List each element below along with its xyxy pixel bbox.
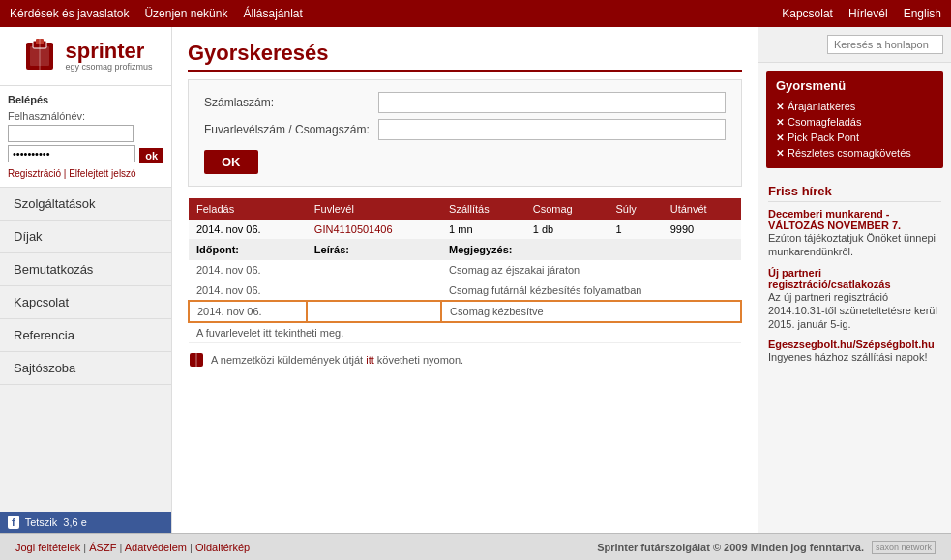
cross-icon-3: ✕	[776, 133, 784, 143]
nav-kerdesek[interactable]: Kérdések és javaslatok	[10, 7, 129, 20]
footer-adatvédelem[interactable]: Adatvédelem	[125, 542, 187, 553]
quickmenu-item-csomagfeladas[interactable]: ✕ Csomagfeladás	[776, 114, 934, 130]
top-nav-left: Kérdések és javaslatok Üzenjen nekünk Ál…	[10, 7, 303, 20]
news-item-2: Új partneri regisztráció/csatlakozás Az …	[768, 267, 941, 332]
fuvarlevél-note: A fuvarlevelet itt tekintheti meg.	[196, 327, 343, 339]
facebook-bar[interactable]: f Tetszik 3,6 e	[0, 512, 171, 533]
fb-label: Tetszik	[25, 516, 58, 528]
logo-text: sprinter	[65, 41, 152, 62]
szamlaszam-label: Számlaszám:	[204, 96, 378, 109]
news-title: Friss hírek	[768, 184, 941, 202]
cross-icon-4: ✕	[776, 148, 784, 159]
news-item-3: Egeszsegbolt.hu/Szépségbolt.hu Ingyenes …	[768, 339, 941, 364]
col-csomag: Csomag	[525, 198, 609, 220]
col-utanvet: Utánvét	[663, 198, 741, 220]
quickmenu-label-4: Részletes csomagkövetés	[788, 147, 911, 159]
quickmenu-label-3: Pick Pack Pont	[788, 132, 859, 143]
table-header-row: Feladás Fuvlevél Szállítás Csomag Súly U…	[189, 198, 741, 220]
intl-note-row: A nemzetközi küldemények útját itt követ…	[188, 351, 742, 368]
right-sidebar: Keresés a honlapon Gyorsmenü ✕ Árajánlat…	[758, 27, 951, 533]
site-search-wrap: Keresés a honlapon	[766, 35, 943, 54]
quickmenu-item-arajanlat[interactable]: ✕ Árajánlatkérés	[776, 99, 934, 114]
sidebar-item-referencia[interactable]: Referencia	[0, 319, 171, 352]
sidebar-item-kapcsolat[interactable]: Kapcsolat	[0, 286, 171, 319]
nav-uzenjen[interactable]: Üzenjen nekünk	[144, 7, 227, 20]
nav-english[interactable]: English	[904, 7, 941, 20]
search-widget: Keresés a honlapon	[758, 27, 951, 63]
cell-fuvlevel: GIN4110501406	[307, 220, 441, 240]
site-search-input[interactable]	[827, 35, 943, 54]
top-navigation: Kérdések és javaslatok Üzenjen nekünk Ál…	[0, 0, 951, 27]
detail-col-megjegyzes: Megjegyzés:	[441, 240, 741, 260]
sprinter-small-icon	[188, 351, 205, 368]
detail-leiras-2	[307, 280, 441, 302]
facebook-icon: f	[8, 516, 19, 529]
login-area: Belépés Felhasználónév: ok Regisztráció …	[0, 86, 171, 188]
logo-box: sprinter egy csomag profizmus	[18, 35, 152, 77]
detail-leiras-1	[307, 260, 441, 280]
detail-header-row: Időpont: Leírás: Megjegyzés:	[189, 240, 741, 260]
nav-menu: Szolgáltatások Díjak Bemutatkozás Kapcso…	[0, 188, 171, 512]
col-szallitas: Szállítás	[441, 198, 525, 220]
username-label: Felhasználónév:	[8, 110, 85, 122]
footer-copyright: Sprinter futárszolgálat © 2009 Minden jo…	[597, 542, 864, 553]
footer-right: Sprinter futárszolgálat © 2009 Minden jo…	[597, 541, 936, 554]
szamlaszam-row: Számlaszám:	[204, 92, 726, 113]
sidebar-item-dijak[interactable]: Díjak	[0, 221, 171, 253]
sidebar-item-sajtoszoba[interactable]: Sajtószoba	[0, 352, 171, 385]
news-title-1[interactable]: Decemberi munkarend - VÁLTOZÁS NOVEMBER …	[768, 208, 941, 231]
login-ok-button[interactable]: ok	[139, 148, 163, 163]
register-link[interactable]: Regisztráció	[8, 168, 61, 179]
quickmenu-label-1: Árajánlatkérés	[788, 101, 855, 112]
sidebar-item-szolgaltatasok[interactable]: Szolgáltatások	[0, 188, 171, 221]
logo-area: sprinter egy csomag profizmus	[0, 27, 171, 86]
szamlaszam-input[interactable]	[378, 92, 726, 113]
detail-idopont-1: 2014. nov 06.	[189, 260, 307, 280]
news-item-1: Decemberi munkarend - VÁLTOZÁS NOVEMBER …	[768, 208, 941, 259]
fuvarlevél-label: Fuvarlevélszám / Csomagszám:	[204, 123, 378, 136]
quickmenu-item-pickpack[interactable]: ✕ Pick Pack Pont	[776, 130, 934, 145]
intl-note-text: A nemzetközi küldemények útját itt követ…	[211, 354, 463, 366]
quick-menu: Gyorsmenü ✕ Árajánlatkérés ✕ Csomagfelad…	[766, 71, 943, 168]
col-feladas: Feladás	[189, 198, 307, 220]
sprinter-logo-icon	[18, 35, 61, 77]
news-body-3: Ingyenes házhoz szállítási napok!	[768, 350, 941, 364]
detail-row-3-highlighted: 2014. nov 06. Csomag kézbesítve	[189, 301, 741, 322]
detail-leiras-3	[307, 301, 441, 322]
username-input[interactable]	[8, 125, 134, 142]
search-form: Számlaszám: Fuvarlevélszám / Csomagszám:…	[188, 79, 742, 187]
nav-kapcsolat[interactable]: Kapcsolat	[782, 7, 833, 20]
fuvarlevél-input[interactable]	[378, 119, 726, 140]
news-title-3[interactable]: Egeszsegbolt.hu/Szépségbolt.hu	[768, 339, 941, 350]
content-area: Gyorskeresés Számlaszám: Fuvarlevélszám …	[172, 27, 758, 533]
cell-szallitas: 1 mn	[441, 220, 525, 240]
footer-oldalterkep[interactable]: Oldaltérkép	[195, 542, 250, 553]
news-title-2[interactable]: Új partneri regisztráció/csatlakozás	[768, 267, 941, 290]
cell-utanvet: 9990	[663, 220, 741, 240]
footer: Jogi feltételek | ÁSZF | Adatvédelem | O…	[0, 533, 951, 560]
detail-idopont-3: 2014. nov 06.	[189, 301, 307, 322]
detail-idopont-2: 2014. nov 06.	[189, 280, 307, 302]
detail-megjegyzes-1: Csomag az éjszakai járaton	[441, 260, 741, 280]
intl-track-link[interactable]: itt	[366, 354, 374, 366]
cell-suly: 1	[608, 220, 662, 240]
nav-hirlevél[interactable]: Hírlevél	[848, 7, 888, 20]
fuvarlevél-row: Fuvarlevélszám / Csomagszám:	[204, 119, 726, 140]
quickmenu-item-reszletes[interactable]: ✕ Részletes csomagkövetés	[776, 145, 934, 161]
main-wrapper: sprinter egy csomag profizmus Belépés Fe…	[0, 27, 951, 533]
password-input[interactable]	[8, 145, 135, 162]
sidebar-item-bemutatkozas[interactable]: Bemutatkozás	[0, 253, 171, 286]
nav-allasajanlat[interactable]: Állásajánlat	[243, 7, 302, 20]
col-fuvlevel: Fuvlevél	[307, 198, 441, 220]
cell-feladas: 2014. nov 06.	[189, 220, 307, 240]
footer-aszf[interactable]: ÁSZF	[89, 542, 116, 553]
news-section: Friss hírek Decemberi munkarend - VÁLTOZ…	[758, 176, 951, 533]
forgot-link[interactable]: Elfelejtett jelszó	[69, 168, 135, 179]
fuvlevel-link[interactable]: GIN4110501406	[314, 223, 393, 235]
login-title: Belépés	[8, 94, 163, 105]
logo-sub: egy csomag profizmus	[65, 62, 152, 72]
search-ok-button[interactable]: OK	[204, 150, 258, 174]
footer-jogi[interactable]: Jogi feltételek	[15, 542, 80, 553]
quickmenu-label-2: Csomagfeladás	[788, 116, 861, 128]
saxon-logo: saxon network	[872, 541, 936, 554]
